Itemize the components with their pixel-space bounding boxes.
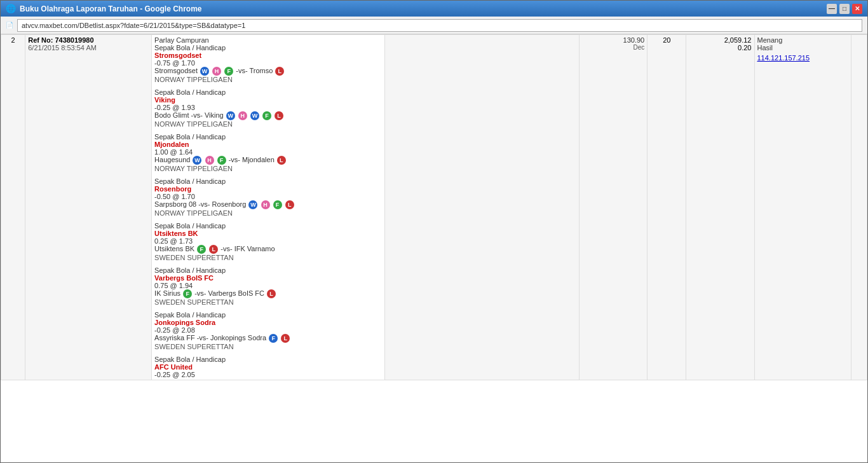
winloss-amount2: 0.20	[689, 44, 751, 52]
count-cell: 20	[648, 35, 686, 380]
icon-l5: L	[209, 245, 218, 254]
close-button[interactable]: ✕	[852, 4, 862, 14]
table-row: 2 Ref No: 7438019980 6/21/2015 8:53:54 A…	[1, 35, 867, 380]
team-name-3: Mjondalen	[154, 141, 382, 148]
icon-f6: F	[183, 289, 192, 298]
icon-h4: H	[261, 200, 270, 209]
icon-w: W	[200, 67, 209, 76]
winloss-amount: 2,059.12	[689, 36, 751, 44]
bet-subtype-3: Sepak Bola / Handicap	[154, 133, 382, 141]
bet-subtype-8: Sepak Bola / Handicap	[154, 356, 382, 363]
team-name-1: Stromsgodset	[154, 52, 382, 59]
league-7: SWEDEN SUPERETTAN	[154, 343, 382, 350]
match-1: Stromsgodset W H F -vs- Tromso L	[154, 67, 382, 76]
bet-amount: 130.90	[582, 36, 644, 44]
dec-label: Dec	[582, 44, 644, 51]
icon-w3: W	[250, 111, 259, 120]
bet-item-1: Parlay Campuran Sepak Bola / Handicap St…	[154, 36, 382, 83]
bet-item-2: Sepak Bola / Handicap Viking -0.25 @ 1.9…	[154, 88, 382, 128]
address-input[interactable]	[17, 19, 862, 32]
match-6: IK Sirius F -vs- Varbergs BoIS FC L	[154, 289, 382, 298]
team-name-7: Jonkopings Sodra	[154, 319, 382, 326]
team-name-6: Varbergs BoIS FC	[154, 274, 382, 282]
bet-item-8: Sepak Bola / Handicap AFC United -0.25 @…	[154, 356, 382, 378]
icon-l7: L	[281, 334, 290, 343]
icon-l4: L	[285, 200, 294, 209]
odds-2: -0.25 @ 1.93	[154, 104, 382, 111]
icon-h2: H	[238, 111, 247, 120]
icon-l6: L	[267, 289, 276, 298]
team-name-8: AFC United	[154, 363, 382, 371]
icon-f7: F	[269, 334, 278, 343]
bet-subtype-4: Sepak Bola / Handicap	[154, 177, 382, 185]
winloss-cell: 2,059.12 0.20	[686, 35, 754, 380]
window-title: Buku Olahraga Laporan Taruhan - Google C…	[20, 4, 201, 13]
bet-subtype-1: Sepak Bola / Handicap	[154, 44, 382, 52]
match-3: Haugesund W H F -vs- Mjondalen L	[154, 156, 382, 165]
bet-item-7: Sepak Bola / Handicap Jonkopings Sodra -…	[154, 311, 382, 350]
icon-f2: F	[262, 111, 271, 120]
odds-1: -0.75 @ 1.70	[154, 59, 382, 67]
bet-type-label: Parlay Campuran	[154, 36, 382, 44]
spacer-cell	[385, 35, 580, 380]
bet-item-3: Sepak Bola / Handicap Mjondalen 1.00 @ 1…	[154, 133, 382, 172]
match-5: Utsiktens BK F L -vs- IFK Varnamo	[154, 245, 382, 254]
team-name-2: Viking	[154, 96, 382, 104]
odds-7: -0.25 @ 2.08	[154, 326, 382, 334]
titlebar: 🌐 Buku Olahraga Laporan Taruhan - Google…	[1, 1, 867, 17]
league-5: SWEDEN SUPERETTAN	[154, 254, 382, 261]
icon-f: F	[224, 67, 233, 76]
icon-l: L	[275, 67, 284, 76]
odds-3: 1.00 @ 1.64	[154, 148, 382, 156]
status-win: Menang	[757, 36, 849, 44]
team-name-4: Rosenborg	[154, 185, 382, 193]
maximize-button[interactable]: □	[839, 4, 850, 14]
match-4: Sarpsborg 08 -vs- Rosenborg W H F L	[154, 200, 382, 209]
league-3: NORWAY TIPPELIGAEN	[154, 165, 382, 172]
titlebar-controls: — □ ✕	[827, 4, 862, 14]
icon-w4: W	[193, 156, 201, 165]
ip-address-link[interactable]: 114.121.157.215	[757, 54, 810, 62]
icon-w2: W	[226, 111, 235, 120]
ref-number: Ref No: 7438019980	[28, 36, 149, 44]
odds-5: 0.25 @ 1.73	[154, 237, 382, 245]
league-6: SWEDEN SUPERETTAN	[154, 298, 382, 306]
icon-h: H	[212, 67, 221, 76]
league-2: NORWAY TIPPELIGAEN	[154, 120, 382, 128]
match-7: Assyriska FF -vs- Jonkopings Sodra F L	[154, 334, 382, 343]
bet-count: 20	[650, 36, 683, 44]
bet-subtype-7: Sepak Bola / Handicap	[154, 311, 382, 319]
amount-cell: 130.90 Dec	[580, 35, 648, 380]
bet-item-6: Sepak Bola / Handicap Varbergs BoIS FC 0…	[154, 266, 382, 306]
odds-8: -0.25 @ 2.05	[154, 371, 382, 378]
bets-detail-cell: Parlay Campuran Sepak Bola / Handicap St…	[152, 35, 385, 380]
ref-date-cell: Ref No: 7438019980 6/21/2015 8:53:54 AM	[25, 35, 152, 380]
titlebar-title: 🌐 Buku Olahraga Laporan Taruhan - Google…	[6, 4, 201, 13]
bet-table: 2 Ref No: 7438019980 6/21/2015 8:53:54 A…	[1, 34, 867, 380]
icon-f5: F	[197, 245, 206, 254]
scrollbar-pad	[851, 35, 867, 380]
league-1: NORWAY TIPPELIGAEN	[154, 76, 382, 83]
bet-item-5: Sepak Bola / Handicap Utsiktens BK 0.25 …	[154, 222, 382, 261]
match-2: Bodo Glimt -vs- Viking W H W F L	[154, 111, 382, 120]
row-number: 2	[1, 35, 25, 380]
icon-l3: L	[277, 156, 286, 165]
bet-item-4: Sepak Bola / Handicap Rosenborg -0.50 @ …	[154, 177, 382, 217]
minimize-button[interactable]: —	[827, 4, 837, 14]
bet-subtype-5: Sepak Bola / Handicap	[154, 222, 382, 230]
odds-6: 0.75 @ 1.94	[154, 282, 382, 289]
addressbar: 📄	[1, 17, 867, 34]
status-result: Hasil	[757, 44, 849, 52]
bet-date: 6/21/2015 8:53:54 AM	[28, 44, 149, 52]
icon-l2: L	[275, 111, 283, 120]
page-icon: 📄	[6, 22, 13, 29]
team-name-5: Utsiktens BK	[154, 230, 382, 237]
league-4: NORWAY TIPPELIGAEN	[154, 209, 382, 217]
bet-subtype-6: Sepak Bola / Handicap	[154, 266, 382, 274]
icon-h3: H	[205, 156, 214, 165]
icon-f3: F	[217, 156, 226, 165]
icon-f4: F	[273, 200, 282, 209]
odds-4: -0.50 @ 1.70	[154, 193, 382, 200]
content-area[interactable]: 2 Ref No: 7438019980 6/21/2015 8:53:54 A…	[1, 34, 867, 463]
status-cell: Menang Hasil 114.121.157.215	[754, 35, 851, 380]
